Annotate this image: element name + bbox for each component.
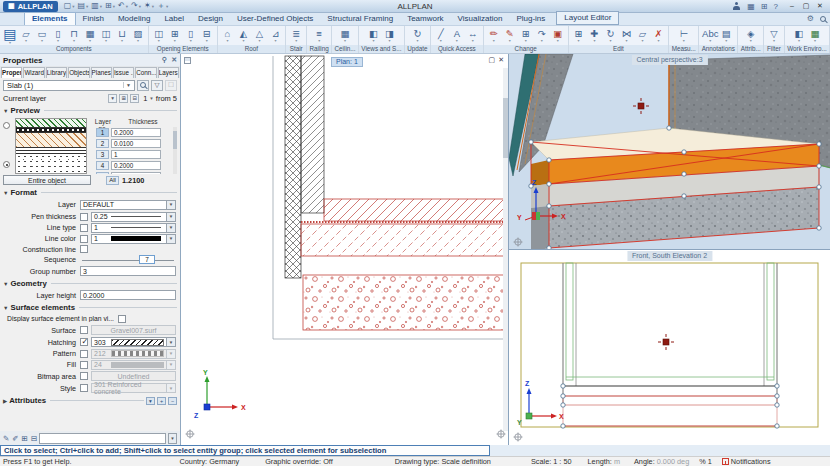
undo-icon[interactable]: ↶	[118, 1, 128, 12]
column-icon[interactable]: ▯	[50, 28, 65, 43]
thickness-input[interactable]: 0.2000	[111, 128, 161, 137]
restore-button[interactable]: ▢	[799, 2, 813, 10]
print-icon[interactable]: ⊞	[105, 1, 115, 12]
entire-object-radio[interactable]	[3, 161, 10, 168]
railing-icon[interactable]: ≡	[312, 28, 327, 43]
user-account-icon[interactable]	[732, 2, 740, 10]
next-layer-icon[interactable]: ⊟	[130, 94, 139, 103]
previous-layer-icon[interactable]: ⊞	[119, 94, 128, 103]
element-selector[interactable]: Slab (1) ▼	[3, 80, 135, 91]
thickness-input[interactable]: 0.5000	[111, 172, 161, 174]
elevation-viewport[interactable]: Front, South Elevation 2	[509, 250, 830, 445]
current-layer-value[interactable]: 1	[143, 94, 147, 103]
line-color-checkbox[interactable]	[80, 235, 88, 243]
stretch-entities-icon[interactable]: ↷	[534, 28, 549, 43]
layer-number-chip[interactable]: 5	[96, 172, 109, 174]
copy-icon[interactable]: ⊞	[571, 28, 586, 43]
more-commands-icon[interactable]: ＋	[157, 1, 168, 12]
close-panel-icon[interactable]: ✕	[171, 56, 177, 64]
format-brush-icon[interactable]: ✎	[502, 28, 517, 43]
elevation-view-label[interactable]: Front, South Elevation 2	[627, 251, 712, 261]
workspace-icon[interactable]: ▦	[807, 28, 822, 43]
all-layers-chip[interactable]: All	[106, 176, 119, 185]
panel-tab[interactable]: Objects	[68, 67, 89, 78]
panel-tab[interactable]: Library	[46, 67, 67, 78]
load-favorite-icon[interactable]: ⊞	[22, 434, 28, 443]
section-view-icon[interactable]: ◧	[366, 28, 381, 43]
polygonal-wall-icon[interactable]: ▨	[130, 28, 145, 43]
length-unit-select[interactable]: Length: m	[588, 457, 620, 466]
save-icon[interactable]: ▥	[91, 1, 102, 12]
entire-object-button[interactable]: Entire object	[3, 175, 91, 185]
settings-gear-icon[interactable]: ⚙	[807, 14, 814, 23]
recess-icon[interactable]: ⊟	[199, 28, 214, 43]
door-icon[interactable]: ◫	[151, 28, 166, 43]
window-icon[interactable]: ⊞	[167, 28, 182, 43]
remove-attribute-icon[interactable]: −	[168, 397, 177, 405]
open-project-icon[interactable]: ▤	[77, 1, 88, 12]
perspective-view-label[interactable]: Central perspective:3	[631, 55, 707, 65]
pen-thickness-select[interactable]: 0.25	[91, 212, 167, 222]
line-type-select[interactable]: 1	[91, 223, 167, 233]
elevation-canvas[interactable]: Z X Y	[509, 250, 830, 445]
sequence-slider[interactable]: 7	[82, 255, 174, 265]
roofscape-icon[interactable]: ⌂	[220, 28, 235, 43]
table-scrollbar[interactable]	[173, 127, 177, 174]
filter-icon[interactable]: ▽	[766, 28, 781, 43]
upstand-beam-icon[interactable]: ⊔	[114, 28, 129, 43]
surface-file-button[interactable]: Gravel007.surf	[91, 325, 176, 335]
panel-tab[interactable]: Wizards	[23, 67, 44, 78]
notifications-button[interactable]: Notifications	[722, 457, 771, 466]
command-input[interactable]	[39, 433, 166, 444]
dimension-line-icon[interactable]: ↔	[465, 28, 480, 43]
move-icon[interactable]: ✚	[587, 28, 602, 43]
group-number-input[interactable]: 3	[80, 266, 176, 276]
plan-viewport[interactable]: Plan: 1 ▢ ✕	[181, 54, 508, 445]
layer-number-chip[interactable]: 4	[96, 161, 109, 170]
style-select[interactable]: 301 Reinforced concrete	[91, 383, 167, 393]
layer-view-radio[interactable]	[3, 122, 10, 129]
apps-grid-icon[interactable]: ▦	[747, 2, 755, 11]
update-3d-icon[interactable]: ↻	[410, 28, 425, 43]
graphic-override-toggle[interactable]: Graphic override: Off	[265, 457, 333, 466]
menu-tab[interactable]: Label	[157, 13, 191, 25]
close-button[interactable]: ✕	[813, 2, 827, 10]
menu-tab[interactable]: Design	[191, 13, 230, 25]
filter-elements-icon[interactable]: ▽	[151, 80, 163, 91]
skylight-icon[interactable]: ⊿	[268, 28, 283, 43]
menu-tab[interactable]: Layout Editor	[556, 11, 619, 25]
layer-number-chip[interactable]: 1	[96, 128, 109, 137]
menu-tab[interactable]: Teamwork	[400, 13, 450, 25]
plan-view-label[interactable]: Plan: 1	[331, 57, 363, 67]
style-checkbox[interactable]	[80, 384, 88, 392]
surface-checkbox[interactable]	[80, 326, 88, 334]
bitmap-area-checkbox[interactable]	[80, 372, 88, 380]
search-icon[interactable]	[820, 16, 826, 22]
layer-height-input[interactable]: 0.2000	[80, 290, 176, 300]
pin-icon[interactable]: ⚲	[162, 56, 167, 64]
viewport-menu-icon[interactable]	[184, 57, 191, 64]
pen-thickness-checkbox[interactable]	[80, 213, 88, 221]
attributes-section-header[interactable]: ▶ Attributes ▾ + −	[0, 395, 180, 406]
scale-select[interactable]: Scale: 1 : 50	[531, 457, 572, 466]
plan-canvas[interactable]: Y X Z	[181, 54, 508, 445]
panel-tab[interactable]: Propert...	[1, 67, 22, 78]
format-section-header[interactable]: ▼ Format	[0, 187, 180, 198]
rotate-icon[interactable]: ↻	[603, 28, 618, 43]
zoom-to-element-icon[interactable]	[137, 80, 149, 91]
measure-icon[interactable]: ⊢	[676, 28, 691, 43]
new-document-icon[interactable]: ▢	[64, 1, 75, 12]
chevron-down-icon[interactable]: ▼	[167, 200, 176, 210]
menu-tab[interactable]: Structural Framing	[320, 13, 400, 25]
fill-select[interactable]: 24	[91, 360, 167, 370]
layer-number-chip[interactable]: 3	[96, 150, 109, 159]
viewport-icon[interactable]: ◨	[382, 28, 397, 43]
stair-icon[interactable]: ≣	[289, 28, 304, 43]
drawing-type-select[interactable]: Drawing type: Scale definition	[395, 457, 491, 466]
maximize-view-icon[interactable]: ▢	[489, 56, 496, 64]
text-abc-icon[interactable]: Abc	[703, 28, 718, 43]
close-view-icon[interactable]: ✕	[498, 56, 504, 64]
hatching-select[interactable]: 303	[91, 337, 167, 347]
menu-tab[interactable]: Modeling	[111, 13, 157, 25]
resize-icon[interactable]: ▱	[635, 28, 650, 43]
